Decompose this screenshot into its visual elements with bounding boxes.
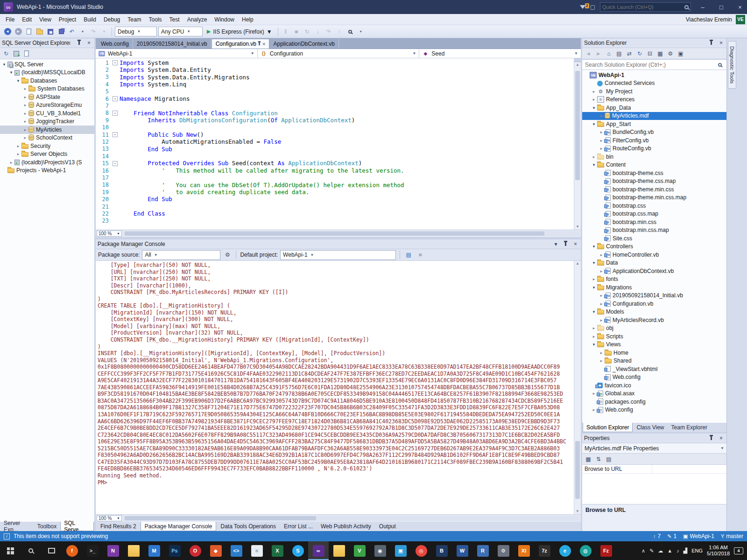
code-line[interactable]: 18 ' You can use the DbSet(Of T).AddOrUp… [96, 182, 574, 189]
feedback-icon[interactable]: ▢ [590, 4, 595, 10]
maximize-button[interactable]: □ [714, 0, 728, 14]
scroll-down-icon[interactable]: ▼ [576, 509, 579, 514]
redo-icon[interactable]: ↷ [89, 27, 98, 37]
pmc-header[interactable]: Package Manager Console ▾ × [96, 239, 581, 249]
repository-indicator[interactable]: ▣WebApi-1 [683, 533, 714, 539]
stop-button[interactable]: ■ [416, 250, 425, 260]
tree-item[interactable]: References [582, 96, 726, 104]
zoom-control[interactable]: 100 %▼ [97, 515, 122, 521]
fold-toggle[interactable] [113, 118, 118, 123]
code-line[interactable]: 3 Imports System.Data.Entity.Migrations [96, 74, 574, 81]
split-handle[interactable] [574, 58, 581, 62]
document-tab[interactable]: 201905092158014_Initial.vb × [133, 39, 211, 49]
tool-window-tab[interactable]: Web Publish Activity [317, 522, 375, 531]
language-indicator[interactable]: ENG [691, 548, 703, 553]
properties-header[interactable]: Properties × [582, 434, 726, 443]
code-line[interactable]: 8 - Friend NotInheritable Class Configur… [96, 110, 574, 117]
editor-vertical-scrollbar[interactable]: ▲ ▼ [574, 58, 581, 230]
categorized-icon[interactable]: ▦ [584, 454, 593, 464]
menu-item[interactable]: Edit [18, 14, 35, 25]
package-source-settings-button[interactable]: ⚙ [223, 250, 232, 260]
tree-item[interactable]: bin [582, 153, 726, 161]
expander-icon[interactable] [1, 62, 7, 67]
property-value[interactable] [652, 465, 726, 473]
tree-item[interactable]: CU_VB_3.Model1 [0, 109, 94, 118]
taskbar-excel-icon[interactable]: X [267, 541, 288, 560]
tree-item[interactable]: MyArticles.mdf [582, 112, 726, 120]
tree-item[interactable]: bootstrap-theme.css [582, 169, 726, 177]
close-icon[interactable]: × [718, 40, 725, 47]
tree-item[interactable]: bootstrap.css.map [582, 210, 726, 218]
pushes-indicator[interactable]: ↑7 [653, 533, 661, 539]
code-line[interactable]: 15 - Protected Overrides Sub Seed(contex… [96, 160, 574, 167]
expander-icon[interactable] [591, 285, 597, 290]
tray-volume-icon[interactable]: ♪ [677, 548, 679, 553]
step-out-icon[interactable]: ↑ [335, 27, 344, 37]
code-line[interactable]: 17 [96, 174, 574, 181]
tree-item[interactable]: RouteConfig.vb [582, 145, 726, 153]
expander-icon[interactable] [591, 122, 597, 126]
pin-icon[interactable] [708, 435, 715, 442]
menu-item[interactable]: Window [211, 14, 238, 25]
diagnostic-tools-tab[interactable]: Diagnostic Tools [728, 41, 736, 89]
tree-item[interactable]: System Databases [0, 85, 94, 93]
taskbar-mail-icon[interactable]: M [144, 541, 164, 560]
taskbar-explorer-icon[interactable] [123, 541, 144, 560]
taskbar-skype-icon[interactable]: S [288, 541, 308, 560]
code-line[interactable]: 16 ' This method will be called after mi… [96, 167, 574, 174]
code-line[interactable]: 10 [96, 124, 574, 131]
expander-icon[interactable] [599, 130, 604, 134]
expander-icon[interactable] [22, 103, 28, 107]
task-view-button[interactable] [41, 541, 62, 560]
tree-item[interactable]: Security [0, 142, 94, 150]
code-line[interactable]: 9 Inherits DbMigrationsConfiguration(Of … [96, 117, 574, 124]
quick-launch-box[interactable] [600, 2, 691, 12]
expander-icon[interactable] [599, 252, 604, 257]
expander-icon[interactable] [591, 342, 597, 347]
tree-item[interactable]: MyArticlesRecord.vb [582, 316, 726, 324]
taskbar-onenote-icon[interactable]: N [103, 541, 123, 560]
tray-expand-icon[interactable]: ∧ [641, 548, 645, 554]
fold-toggle[interactable]: - [113, 161, 118, 166]
menu-item[interactable]: Help [238, 14, 257, 25]
scrollbar-thumb[interactable] [125, 231, 544, 236]
fold-toggle[interactable] [113, 104, 118, 109]
fold-toggle[interactable] [113, 218, 118, 224]
close-icon[interactable]: × [262, 41, 265, 47]
taskbar-terminal-icon[interactable]: >_ [82, 541, 103, 560]
undo-dropdown-icon[interactable]: ▾ [78, 27, 87, 37]
expander-icon[interactable] [599, 138, 604, 143]
step-into-icon[interactable]: ↓ [313, 27, 323, 37]
pin-icon[interactable] [259, 42, 260, 46]
fold-toggle[interactable] [113, 147, 118, 152]
open-file-icon[interactable] [35, 27, 44, 37]
scroll-up-icon[interactable]: ▲ [576, 62, 579, 68]
code-line[interactable]: 23 [96, 217, 574, 224]
tool-window-tab[interactable]: Output [375, 522, 400, 531]
expander-icon[interactable] [591, 244, 597, 249]
find-in-files-icon[interactable] [345, 27, 355, 37]
panel-tab[interactable]: SQL Serve... [60, 522, 94, 531]
scrollbar-thumb[interactable] [575, 441, 580, 499]
project-dropdown[interactable]: VBWebApi-1▼ [96, 49, 258, 58]
tree-item[interactable]: App_Start [582, 120, 726, 128]
collapse-all-icon[interactable]: ⊟ [645, 49, 655, 59]
tree-item[interactable]: (localdb)\MSSQLLocalDB [0, 69, 94, 77]
taskbar-chrome-icon[interactable]: ◎ [411, 541, 431, 560]
save-icon[interactable] [46, 27, 55, 37]
tree-item[interactable]: Configuration.vb [582, 300, 726, 308]
refresh-icon[interactable]: ↻ [1, 49, 11, 59]
menu-item[interactable]: Debug [100, 14, 124, 25]
editor-horizontal-scrollbar[interactable] [124, 231, 580, 236]
panel-tab[interactable]: Toolbox [34, 522, 60, 531]
pin-icon[interactable] [562, 241, 569, 248]
tree-item[interactable]: bootstrap.min.css.map [582, 226, 726, 235]
forward-icon[interactable]: ► [594, 49, 603, 59]
tree-item[interactable]: Migrations [582, 283, 726, 292]
fold-toggle[interactable] [113, 197, 118, 202]
clear-console-button[interactable]: ▤ [404, 250, 413, 260]
tray-shield-icon[interactable]: ▲ [667, 548, 672, 553]
tool-window-tab[interactable]: Error List ... [280, 522, 317, 531]
code-line[interactable]: 13 End Sub [96, 146, 574, 153]
expander-icon[interactable] [22, 111, 28, 116]
